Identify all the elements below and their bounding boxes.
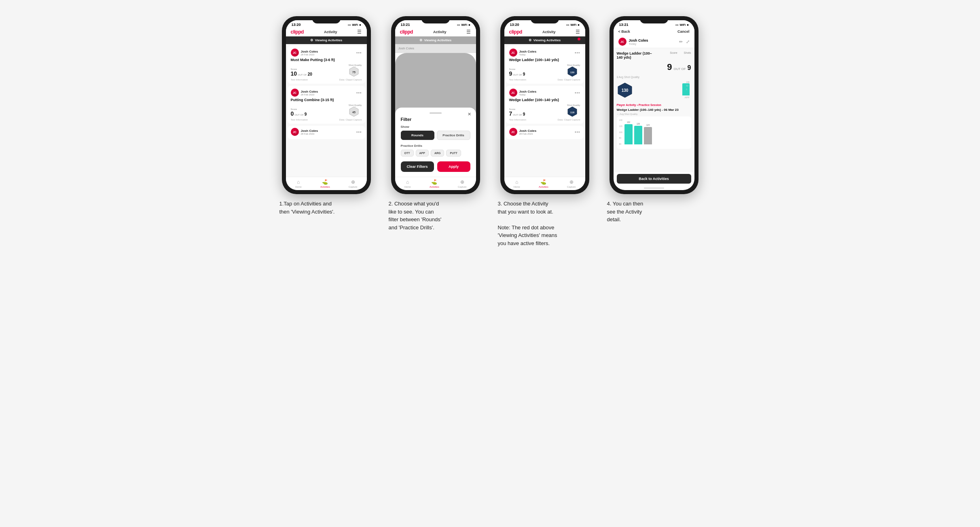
sq-value-1-1: 75 [352, 71, 356, 74]
home-label-2: Home [404, 186, 411, 188]
activity-card-1-2[interactable]: JC Josh Coles 28 Feb 2023 ••• Putting Co… [288, 86, 365, 124]
hamburger-icon-1[interactable]: ☰ [357, 29, 362, 35]
more-dots-3-2[interactable]: ••• [575, 91, 580, 95]
shots-value-1-1: 20 [308, 72, 312, 76]
user-date-1-1: 28 Feb 2023 [301, 53, 318, 56]
h-bar-3: 124 [644, 124, 652, 145]
activity-card-1-3[interactable]: JC Josh Coles 28 Feb 2023 ••• [288, 126, 365, 139]
detail-score-row: 9 OUT OF 9 [617, 62, 691, 72]
history-chart: 140 120 100 80 60 132 [617, 116, 691, 149]
more-dots-3-1[interactable]: ••• [575, 51, 580, 55]
clear-filters-btn[interactable]: Clear Filters [401, 161, 434, 172]
back-to-activities-btn[interactable]: Back to Activities [617, 174, 691, 184]
bottom-nav-home-1[interactable]: ⌂ Home [295, 179, 302, 188]
viewing-bar-1[interactable]: ⚙ Viewing Activities [286, 36, 367, 44]
bottom-nav-capture-1[interactable]: ⊕ Capture [349, 179, 357, 188]
user-date-3-1: Today [519, 53, 537, 56]
apply-filter-btn[interactable]: Apply [437, 161, 470, 172]
signal-icon-4: ▪▪▪ [675, 23, 678, 26]
outof-3-2: OUT OF [513, 114, 522, 116]
user-date-3-3: 28 Feb 2023 [519, 133, 537, 135]
wifi-icon-3: WiFi [571, 23, 577, 26]
bottom-nav-1: ⌂ Home ⛳ Activities ⊕ Capture [286, 177, 367, 190]
bottom-nav-home-3[interactable]: ⌂ Home [514, 179, 520, 188]
detail-score-value: 9 [667, 62, 672, 72]
filter-close-icon[interactable]: ✕ [468, 112, 471, 117]
sq-badge-3-1: 130 [567, 66, 578, 77]
user-name-1-2: Josh Coles [301, 90, 318, 93]
shots-value-1-2: 9 [305, 112, 307, 116]
activity-card-3-3[interactable]: JC Josh Coles 28 Feb 2023 ••• [506, 126, 584, 139]
bottom-nav-capture-2[interactable]: ⊕ Capture [458, 179, 466, 188]
bottom-nav-home-2[interactable]: ⌂ Home [404, 179, 411, 188]
chip-ott[interactable]: OTT [401, 150, 414, 157]
chip-putt[interactable]: PUTT [446, 150, 461, 157]
phones-row: 13:20 ▪▪▪ WiFi ■ clippd Activity ☰ ⚙ V [278, 16, 703, 247]
bottom-nav-capture-3[interactable]: ⊕ Capture [567, 179, 576, 188]
phone-4-screen: 13:21 ▪▪▪ WiFi ■ < Back Cancel [614, 20, 694, 190]
activity-card-1-1[interactable]: JC Josh Coles 28 Feb 2023 ••• Must Make … [288, 46, 365, 84]
sq-group-3-1: Shot Quality 130 [567, 64, 580, 77]
card-title-3-2: Wedge Ladder (100–140 yds) [509, 98, 580, 102]
user-info-3-1: Josh Coles Today [519, 50, 537, 56]
card-stats-1-2: Score 0 OUT OF 9 Shot Quality [291, 104, 362, 117]
h-bar-1: 132 [624, 121, 633, 145]
activities-icon-1: ⛳ [322, 179, 328, 185]
card-user-3-2: JC Josh Coles Today [509, 89, 537, 97]
cancel-button[interactable]: Cancel [677, 30, 690, 34]
activity-card-3-2[interactable]: JC Josh Coles Today ••• Wedge Ladder (10… [506, 86, 584, 124]
home-label-3: Home [514, 186, 520, 188]
filter-actions: Clear Filters Apply [401, 161, 470, 172]
sq-value-3-1: 130 [570, 71, 575, 74]
hamburger-icon-2[interactable]: ☰ [466, 29, 471, 35]
user-date-3-2: Today [519, 93, 537, 96]
outof-3-1: OUT OF [513, 74, 522, 76]
expand-icon[interactable]: ⤢ [686, 39, 690, 44]
filter-practice-btn[interactable]: Practice Drills [437, 131, 470, 140]
wifi-icon: WiFi [352, 23, 358, 26]
capture-icon-2: ⊕ [460, 179, 464, 185]
viewing-bar-2-bg: ⚙ Viewing Activities [395, 36, 476, 44]
more-dots-1-3[interactable]: ••• [356, 130, 362, 134]
detail-outof: OUT OF [674, 67, 686, 71]
activity-card-3-1[interactable]: JC Josh Coles Today ••• Wedge Ladder (10… [506, 46, 584, 84]
more-dots-1-1[interactable]: ••• [356, 51, 362, 55]
edit-icon[interactable]: ✏ [679, 39, 683, 44]
viewing-bar-3[interactable]: ⚙ Viewing Activities [504, 36, 585, 44]
bottom-nav-activities-3[interactable]: ⛳ Activities [539, 179, 548, 188]
card-header-1-2: JC Josh Coles 28 Feb 2023 ••• [291, 89, 362, 97]
card-user-3-1: JC Josh Coles Today [509, 49, 537, 57]
chip-app[interactable]: APP [416, 150, 429, 157]
bottom-nav-activities-2[interactable]: ⛳ Activities [430, 179, 439, 188]
avg-sq-section-label: ℹ Avg Shot Quality [617, 76, 691, 79]
more-dots-3-3[interactable]: ••• [575, 130, 580, 134]
phone-1-screen: 13:20 ▪▪▪ WiFi ■ clippd Activity ☰ ⚙ V [286, 20, 367, 190]
chip-arg[interactable]: ARG [431, 150, 444, 157]
more-dots-1-2[interactable]: ••• [356, 91, 362, 95]
wifi-icon-4: WiFi [680, 23, 686, 26]
home-icon-3: ⌂ [515, 179, 518, 185]
capture-label-1: Capture [349, 186, 357, 188]
card-user-1-1: JC Josh Coles 28 Feb 2023 [291, 49, 318, 57]
filter-rounds-btn[interactable]: Rounds [401, 131, 434, 140]
h-bar-2: 129 [634, 123, 642, 145]
phone-4-shell: 13:21 ▪▪▪ WiFi ■ < Back Cancel [610, 16, 698, 194]
signal-icon-3: ▪▪▪ [566, 23, 569, 26]
detail-user-name: Josh Coles [629, 38, 648, 42]
card-user-1-3: JC Josh Coles 28 Feb 2023 [291, 128, 318, 136]
detail-action-icons: ✏ ⤢ [679, 39, 690, 44]
user-name-3-1: Josh Coles [519, 50, 537, 53]
caption-4: 4. You can then see the Activity detail. [605, 200, 703, 224]
battery-icon-3: ■ [578, 23, 579, 26]
back-button[interactable]: < Back [618, 30, 630, 34]
phone-3-notch [531, 16, 559, 23]
bottom-nav-activities-1[interactable]: ⛳ Activities [320, 179, 330, 188]
user-name-1-1: Josh Coles [301, 50, 318, 53]
phone-2-screen: 13:21 ▪▪▪ WiFi ■ clippd Activity ☰ ⚙ V [395, 20, 476, 190]
player-activity-label: Player Activity • Practice Session [617, 104, 691, 106]
footer-right-1-1: Data: Clippd Capture [339, 78, 362, 81]
capture-label-3: Capture [567, 186, 576, 188]
hamburger-icon-3[interactable]: ☰ [576, 29, 580, 35]
bar-val-2: 129 [637, 123, 640, 125]
blurred-text-2: Josh Coles [398, 47, 415, 50]
